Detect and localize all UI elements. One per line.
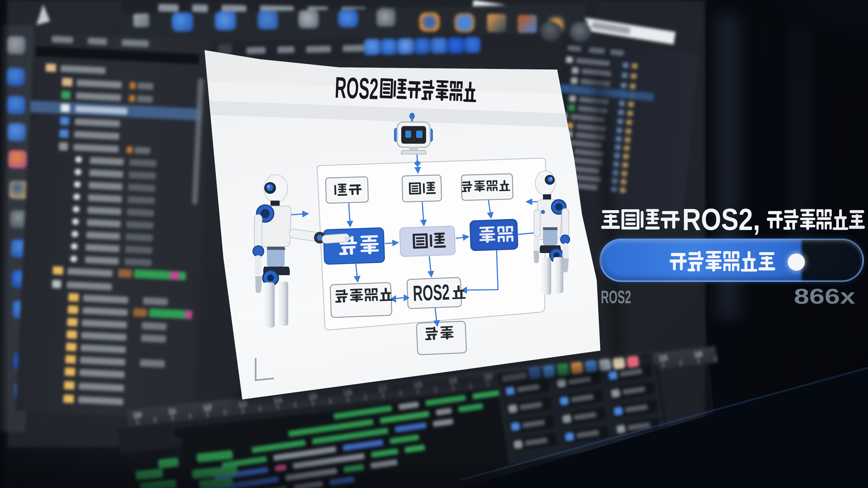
svg-text:ROS2: ROS2: [601, 287, 631, 307]
svg-text:ROS2: ROS2: [334, 71, 379, 105]
svg-text:ROS2: ROS2: [412, 280, 450, 306]
svg-text:866x: 866x: [794, 284, 855, 308]
svg-text:ROS2,: ROS2,: [682, 202, 760, 236]
